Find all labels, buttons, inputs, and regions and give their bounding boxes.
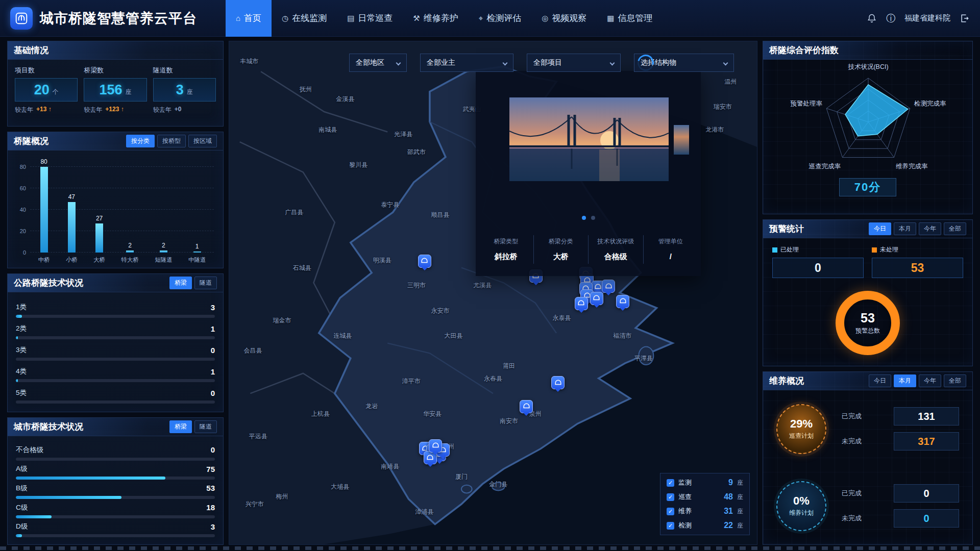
- map-label-南安市: 南安市: [500, 417, 518, 425]
- filter-select-2[interactable]: 全部业主: [420, 54, 513, 72]
- nav-label: 信息管理: [618, 12, 653, 24]
- checkbox-checked-icon[interactable]: ✓: [667, 479, 674, 487]
- maintenance-tab-3[interactable]: 今年: [919, 374, 941, 387]
- overview-tab-2[interactable]: 按桥型: [157, 135, 186, 147]
- highway-tab-1[interactable]: 桥梁: [169, 277, 192, 289]
- filter-select-3[interactable]: 全部项目: [527, 54, 621, 72]
- tech-row-5类: 5类0: [16, 388, 215, 404]
- panel-warning-stats: 预警统计 今日本月今年全部 已处理 0 未处理: [763, 219, 973, 366]
- warning-tab-3[interactable]: 今年: [919, 222, 941, 235]
- header-actions: ⓘ 福建省建科院: [867, 12, 970, 24]
- org-name: 福建省建科院: [904, 13, 950, 23]
- bridge-field-1: 桥梁类型斜拉桥: [479, 235, 533, 264]
- overview-tab-3[interactable]: 按区域: [188, 135, 217, 147]
- checkbox-checked-icon[interactable]: ✓: [667, 493, 674, 501]
- carousel-dot-1[interactable]: [582, 216, 586, 220]
- map-label-会昌县: 会昌县: [244, 346, 262, 355]
- bridge-marker-icon[interactable]: [616, 295, 629, 308]
- right-column: 桥隧综合评价指数 技术状况(BCI)检测完成率维养完成率巡查完成率预警处理率 7…: [763, 41, 973, 545]
- bridge-marker-icon[interactable]: [520, 400, 533, 413]
- carousel-next-photo[interactable]: [674, 125, 689, 155]
- processed-group: 已处理 0: [772, 245, 864, 278]
- urban-tab-2[interactable]: 隧道: [194, 420, 217, 433]
- stat-box: 3座: [153, 78, 216, 102]
- nav-item-1[interactable]: ⌂首页: [226, 0, 272, 37]
- processed-count: 0: [772, 258, 864, 278]
- processed-legend: 已处理: [772, 245, 864, 254]
- map-label-兴宁市: 兴宁市: [246, 500, 264, 509]
- filter-select-1[interactable]: 全部地区: [349, 54, 407, 72]
- nav-item-3[interactable]: ▤日常巡查: [337, 0, 403, 37]
- tech-row-B级: B级53: [16, 484, 215, 499]
- legend-square-icon: [872, 247, 877, 253]
- basic-stat-3: 隧道数3座较去年+0: [153, 66, 216, 114]
- panel-highway-tech: 公路桥隧技术状况 桥梁隧道 1类32类13类04类15类0: [7, 273, 224, 412]
- header: 城市桥隧智慧管养云平台 ⌂首页◷在线监测▤日常巡查⚒维修养护⌖检测评估◎视频观察…: [0, 0, 980, 37]
- map-label-金溪县: 金溪县: [336, 95, 354, 104]
- chevron-down-icon: [610, 60, 615, 65]
- nav-item-7[interactable]: ▦信息管理: [597, 0, 663, 37]
- legend-row-检测: ✓检测22座: [667, 521, 743, 530]
- app-logo-icon: [10, 7, 33, 30]
- panel-warning-header: 预警统计 今日本月今年全部: [763, 220, 972, 238]
- nav-item-4[interactable]: ⚒维修养护: [403, 0, 468, 37]
- overview-tab-1[interactable]: 按分类: [126, 135, 155, 147]
- unprocessed-label: 未处理: [880, 245, 898, 254]
- map-label-永春县: 永春县: [484, 374, 502, 383]
- bridge-marker-icon[interactable]: [429, 439, 442, 453]
- map-label-瑞安市: 瑞安市: [714, 103, 732, 111]
- map-label-漳浦县: 漳浦县: [415, 507, 434, 516]
- map-label-平潭县: 平潭县: [634, 354, 653, 363]
- warning-tab-1[interactable]: 今日: [869, 222, 891, 235]
- bridge-marker-icon[interactable]: [551, 376, 565, 389]
- warning-tab-2[interactable]: 本月: [894, 222, 916, 235]
- warning-tabs: 今日本月今年全部: [869, 222, 966, 235]
- warning-counters: 已处理 0 未处理 53: [763, 238, 972, 280]
- bridge-field-3: 技术状况评级合格级: [588, 235, 643, 264]
- map-label-连城县: 连城县: [333, 331, 352, 340]
- map-label-邵武市: 邵武市: [407, 147, 426, 156]
- highway-tab-2[interactable]: 隧道: [194, 277, 217, 289]
- map-label-瑞金市: 瑞金市: [273, 316, 291, 325]
- nav-label: 日常巡查: [358, 12, 393, 24]
- carousel-dot-2[interactable]: [591, 216, 595, 220]
- map-label-顺昌县: 顺昌县: [431, 211, 450, 219]
- map-label-丰城市: 丰城市: [240, 57, 258, 66]
- warning-donut-chart: 53 预警总数: [836, 291, 900, 355]
- maintenance-tab-1[interactable]: 今日: [869, 374, 891, 387]
- bell-icon[interactable]: [867, 13, 877, 23]
- nav-item-2[interactable]: ◷在线监测: [272, 0, 337, 37]
- maintenance-tab-2[interactable]: 本月: [894, 374, 916, 387]
- undone-stat: 未完成0: [842, 509, 959, 528]
- left-column: 基础情况 项目数20个较去年+13 ↑桥梁数156座较去年+123 ↑隧道数3座…: [7, 41, 224, 545]
- checkbox-checked-icon[interactable]: ✓: [667, 508, 674, 515]
- info-icon[interactable]: ⓘ: [886, 12, 895, 24]
- map-label-尤溪县: 尤溪县: [473, 281, 492, 290]
- logout-icon[interactable]: [960, 13, 970, 23]
- province-map[interactable]: 丰城市抚州金溪县南城县光泽县武夷山邵武市黎川县泰宁县顺昌县广昌县明溪县石城县三明…: [229, 41, 757, 545]
- video-icon: ◎: [542, 14, 548, 23]
- panel-evaluation-index: 桥隧综合评价指数 技术状况(BCI)检测完成率维养完成率巡查完成率预警处理率 7…: [763, 41, 973, 214]
- urban-tab-1[interactable]: 桥梁: [169, 420, 192, 433]
- map-label-福清市: 福清市: [613, 331, 631, 340]
- maintenance-tab-4[interactable]: 全部: [944, 374, 966, 387]
- map-legend: ✓监测9座✓巡查48座✓维养31座✓检测22座: [660, 473, 750, 535]
- checkbox-checked-icon[interactable]: ✓: [667, 522, 674, 530]
- bridge-marker-icon[interactable]: [590, 292, 603, 305]
- bridge-info-fields: 桥梁类型斜拉桥桥梁分类大桥技术状况评级合格级管理单位/: [476, 235, 701, 264]
- urban-tabs: 桥梁隧道: [169, 420, 217, 433]
- svg-text:技术状况(BCI): 技术状况(BCI): [847, 63, 888, 70]
- carousel-dots: [476, 216, 701, 220]
- bridge-photo[interactable]: [509, 97, 669, 181]
- bridge-marker-icon[interactable]: [602, 280, 615, 293]
- panel-highway-header: 公路桥隧技术状况 桥梁隧道: [8, 274, 223, 292]
- panel-maintenance: 维养概况 今日本月今年全部 29%巡查计划已完成131未完成3170%维养计划已…: [763, 371, 973, 545]
- nav-item-5[interactable]: ⌖检测评估: [469, 0, 531, 37]
- bridge-marker-icon[interactable]: [418, 255, 431, 268]
- bridge-marker-icon[interactable]: [575, 297, 588, 310]
- patrol-icon: ▤: [347, 14, 354, 23]
- bar-小桥: 47小桥: [66, 193, 78, 264]
- map-label-永泰县: 永泰县: [552, 314, 571, 322]
- nav-item-6[interactable]: ◎视频观察: [531, 0, 597, 37]
- warning-tab-4[interactable]: 全部: [944, 222, 966, 235]
